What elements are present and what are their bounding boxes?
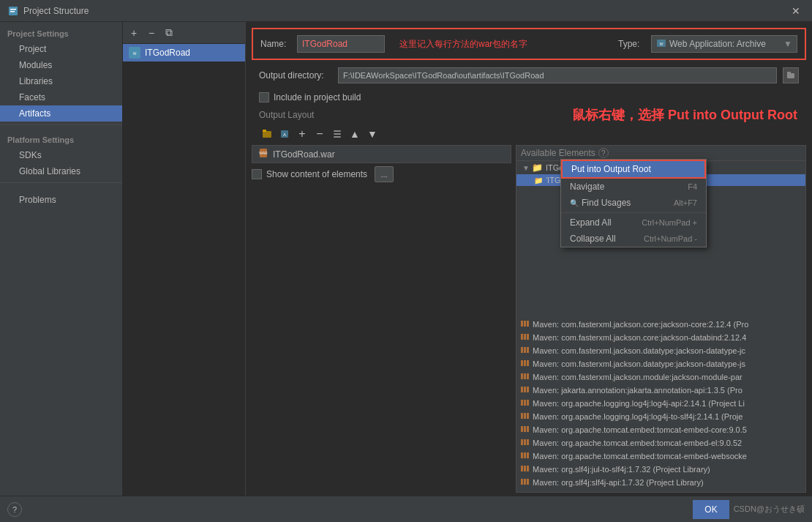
available-list-item[interactable]: Maven: jakarta.annotation:jakarta.annota… [516,384,805,397]
find-usages-shortcut: Alt+F7 [674,198,697,207]
available-list-item[interactable]: Maven: org.slf4j:slf4j-api:1.7.32 (Proje… [516,476,805,489]
maven-icon [521,411,530,422]
svg-rect-35 [524,387,526,392]
context-menu-collapse-all[interactable]: Collapse All Ctrl+NumPad - [561,231,706,247]
svg-rect-8 [787,73,794,78]
context-menu-find-usages[interactable]: 🔍 Find Usages Alt+F7 [561,195,706,211]
svg-rect-42 [527,413,529,419]
available-list-item[interactable]: Maven: org.apache.logging.log4j:log4j-ap… [516,397,805,410]
title-bar: Project Structure ✕ [0,0,812,22]
svg-text:WAR: WAR [259,151,268,155]
artifact-list-panel: + − ⧉ W [123,22,246,496]
sidebar-item-modules[interactable]: Modules [0,57,122,73]
svg-rect-1 [10,9,16,10]
maven-icon [521,319,530,329]
maven-icon [521,477,530,488]
context-menu-navigate[interactable]: Navigate F4 [561,179,706,195]
available-panel: Available Elements ? ▼ 📁 ITGodRo... 📁 'I… [516,145,806,493]
maven-icon [521,398,530,409]
add-artifact-btn[interactable]: + [126,25,142,41]
svg-rect-52 [521,466,523,471]
help-button[interactable]: ? [7,502,22,517]
output-item-war[interactable]: WAR ITGodRoad.war [252,146,511,163]
svg-text:W: W [133,51,137,56]
type-dropdown-arrow[interactable]: ▼ [783,39,792,49]
sidebar-item-artifacts[interactable]: Artifacts [0,105,122,122]
type-label: Type: [618,39,644,49]
svg-rect-59 [524,492,526,493]
name-type-row: Name: 这里记入每行方法的war包的名字 Type: W Web Appli… [252,28,806,60]
archive-btn[interactable]: A [277,126,293,142]
available-list-item[interactable]: Maven: org.slf4j:jul-to-slf4j:1.7.32 (Pr… [516,463,805,476]
available-list-item[interactable]: Maven: com.fasterxml.jackson.core:jackso… [516,331,805,344]
sidebar-item-libraries[interactable]: Libraries [0,73,122,89]
available-list-item[interactable]: Maven: com.fasterxml.jackson.datatype:ja… [516,357,805,370]
svg-rect-58 [521,492,523,493]
sidebar-item-problems[interactable]: Problems [0,192,122,208]
properties-btn[interactable] [329,126,345,142]
svg-rect-15 [334,130,341,132]
name-label: Name: [260,39,290,49]
available-elements-help-icon[interactable]: ? [598,148,609,158]
show-content-checkbox[interactable] [252,169,262,179]
ok-button[interactable]: OK [693,500,729,519]
sidebar-item-sdks[interactable]: SDKs [0,147,122,163]
available-list-item[interactable]: Maven: org.apache.logging.log4j:log4j-to… [516,410,805,423]
add-elem-btn[interactable]: + [294,126,310,142]
remove-artifact-btn[interactable]: − [143,25,159,41]
svg-rect-32 [524,373,526,379]
svg-rect-56 [524,479,526,485]
output-dir-row: Output directory: [252,64,806,86]
svg-rect-47 [524,439,526,445]
svg-rect-44 [524,426,526,432]
collapse-all-shortcut: Ctrl+NumPad - [644,234,697,243]
sidebar-item-global-libraries[interactable]: Global Libraries [0,163,122,179]
sidebar-item-facets[interactable]: Facets [0,89,122,105]
available-list-item[interactable]: Maven: org.apache.tomcat.embed:tomcat-em… [516,436,805,450]
context-menu-put-output[interactable]: Put into Output Root [561,160,706,179]
new-folder-btn[interactable] [259,126,275,142]
copy-artifact-btn[interactable]: ⧉ [161,25,177,41]
available-list-item[interactable]: Maven: com.fasterxml.jackson.datatype:ja… [516,344,805,357]
output-panel: WAR ITGodRoad.war [252,145,511,163]
svg-rect-57 [527,479,529,485]
maven-icon [521,346,530,356]
svg-text:A: A [283,133,286,137]
available-list-item[interactable]: Maven: org.apache.tomcat.embed:tomcat-em… [516,423,805,436]
output-dir-label: Output directory: [259,70,332,81]
title-bar-icon [7,5,19,17]
available-list-item[interactable]: Maven: com.fasterxml.jackson.module:jack… [516,370,805,384]
available-list-item[interactable]: Maven: org.apache.tomcat.embed:tomcat-em… [516,450,805,463]
close-button[interactable]: ✕ [787,4,805,18]
down-btn[interactable]: ▼ [364,126,380,142]
maven-icon [521,491,530,493]
available-list-item[interactable]: Maven: org.springframework.boot:spring-b… [516,489,805,493]
svg-rect-36 [527,387,529,392]
type-select[interactable]: W Web Application: Archive ▼ [651,35,797,53]
svg-rect-2 [10,11,15,12]
artifact-item[interactable]: W ITGodRoad [123,44,245,61]
available-list-item[interactable]: Maven: com.fasterxml.jackson.core:jackso… [516,318,805,331]
tree-arrow-down: ▼ [522,164,530,172]
maven-icon [521,451,530,461]
svg-rect-53 [524,466,526,471]
svg-rect-10 [263,131,271,138]
svg-rect-38 [524,400,526,406]
up-btn[interactable]: ▲ [347,126,363,142]
context-menu-expand-all[interactable]: Expand All Ctrl+NumPad + [561,215,706,231]
output-dir-input[interactable] [338,67,777,83]
artifact-toolbar: + − ⧉ [123,22,245,44]
svg-rect-25 [521,347,523,353]
browse-btn[interactable] [783,67,799,83]
sidebar-item-project[interactable]: Project [0,41,122,57]
sidebar-divider-2 [0,182,122,183]
svg-rect-16 [334,136,341,138]
svg-rect-11 [263,130,266,132]
include-in-build-checkbox[interactable] [259,92,269,102]
svg-rect-28 [521,360,523,366]
svg-rect-21 [527,321,529,327]
svg-rect-37 [521,400,523,406]
settings-btn[interactable]: ... [375,166,394,182]
remove-elem-btn[interactable]: − [312,126,328,142]
name-input[interactable] [297,35,385,53]
